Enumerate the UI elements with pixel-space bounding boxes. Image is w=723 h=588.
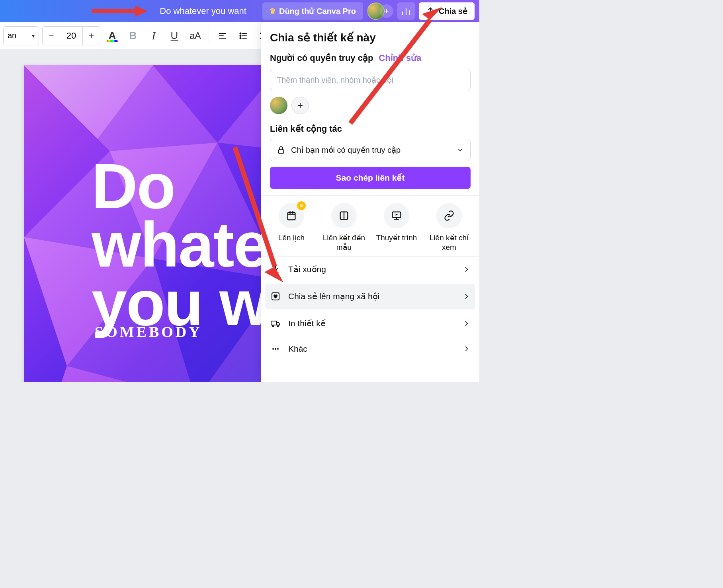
text-case-button[interactable]: aA	[186, 27, 204, 45]
svg-line-35	[235, 147, 275, 267]
crown-icon: ♛	[270, 7, 276, 16]
chevron-down-icon: ▾	[32, 33, 35, 39]
canvas-subtitle[interactable]: SOMEBODY	[95, 323, 202, 341]
bold-button[interactable]: B	[124, 27, 142, 45]
print-label: In thiết kế	[288, 319, 326, 328]
svg-marker-36	[264, 267, 283, 282]
chevron-right-icon	[463, 319, 471, 327]
share-social-row[interactable]: Chia sẻ lên mạng xã hội	[265, 284, 475, 309]
svg-point-30	[277, 348, 279, 350]
align-left-icon	[218, 31, 227, 41]
svg-point-2	[240, 37, 241, 39]
font-size-stepper: − 20 +	[42, 26, 100, 45]
italic-button[interactable]: I	[145, 27, 162, 45]
svg-rect-25	[271, 321, 277, 325]
print-row[interactable]: In thiết kế	[261, 311, 479, 336]
svg-point-27	[277, 325, 279, 327]
quick-template-label: Liên kết đến mẫu	[318, 233, 370, 252]
font-size-decrease-button[interactable]: −	[43, 27, 60, 45]
font-size-increase-button[interactable]: +	[82, 27, 100, 45]
more-row[interactable]: Khác	[261, 336, 479, 362]
text-align-button[interactable]	[214, 27, 231, 45]
quick-present-label: Thuyết trình	[376, 233, 417, 243]
text-color-button[interactable]: A	[104, 27, 121, 45]
quick-template-link[interactable]: Liên kết đến mẫu	[318, 203, 370, 252]
svg-point-1	[240, 35, 241, 36]
annotation-arrow-share	[338, 0, 450, 131]
pro-badge-icon: ♛	[297, 201, 306, 210]
svg-point-29	[275, 348, 276, 350]
toolbar-divider	[209, 29, 209, 43]
copy-link-label: Sao chép liên kết	[336, 173, 405, 183]
font-family-value: an	[8, 31, 16, 40]
svg-marker-14	[67, 366, 196, 382]
chevron-right-icon	[463, 345, 471, 353]
link-access-select[interactable]: Chỉ bạn mới có quyền truy cập	[270, 139, 471, 161]
svg-point-28	[272, 348, 274, 350]
quick-viewonly-label: Liên kết chỉ xem	[423, 233, 475, 252]
rainbow-underline-icon	[107, 40, 118, 42]
link-icon	[444, 210, 455, 221]
presentation-icon	[391, 210, 402, 221]
template-icon	[338, 210, 350, 221]
add-member-button[interactable]: +	[291, 97, 309, 114]
underline-button[interactable]: U	[166, 27, 183, 45]
chevron-down-icon	[457, 146, 464, 154]
quick-present[interactable]: Thuyết trình	[371, 203, 422, 252]
more-dots-icon	[270, 344, 281, 354]
svg-marker-34	[422, 7, 442, 20]
link-access-value: Chỉ bạn mới có quyền truy cập	[291, 145, 401, 155]
annotation-arrow-title	[92, 6, 147, 17]
svg-marker-32	[135, 6, 147, 17]
chevron-right-icon	[463, 265, 471, 273]
list-bullet-icon	[238, 31, 248, 41]
design-title[interactable]: Do whatever you want	[160, 6, 246, 16]
member-avatar[interactable]	[270, 97, 287, 114]
more-label: Khác	[288, 344, 307, 354]
svg-line-33	[350, 20, 430, 123]
heart-icon	[270, 292, 281, 301]
copy-link-button[interactable]: Sao chép liên kết	[270, 167, 471, 189]
chevron-right-icon	[463, 292, 471, 300]
font-family-select[interactable]: an ▾	[3, 26, 39, 45]
quick-view-only-link[interactable]: Liên kết chỉ xem	[423, 203, 475, 252]
share-social-label: Chia sẻ lên mạng xã hội	[288, 292, 379, 301]
bullet-list-button[interactable]	[234, 27, 252, 45]
annotation-arrow-download	[215, 135, 295, 286]
truck-icon	[270, 319, 281, 328]
font-size-value[interactable]: 20	[60, 31, 82, 41]
svg-point-0	[240, 33, 241, 34]
svg-point-26	[272, 325, 274, 327]
